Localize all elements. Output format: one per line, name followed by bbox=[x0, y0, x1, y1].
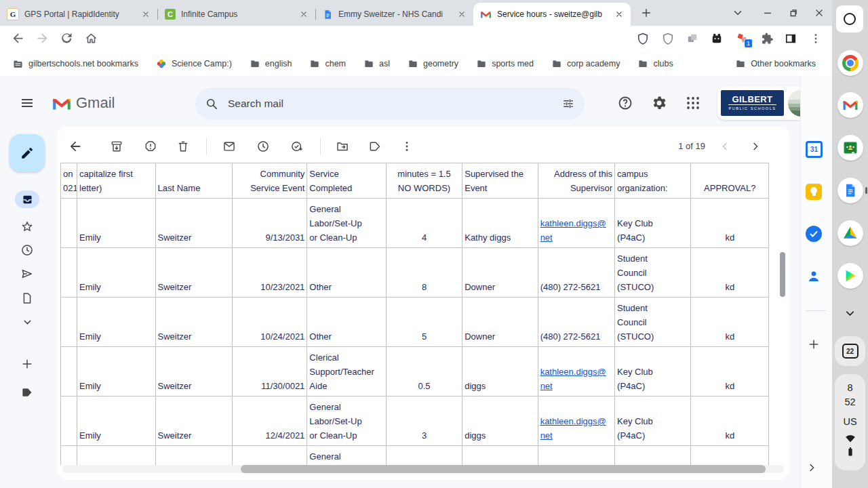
extensions-puzzle-icon[interactable] bbox=[760, 32, 774, 45]
tab-close-icon[interactable] bbox=[141, 9, 151, 19]
sidepanel-keep-button[interactable] bbox=[806, 184, 822, 200]
side-panel-icon[interactable] bbox=[784, 32, 797, 45]
labels-icon[interactable] bbox=[20, 386, 34, 399]
bookmark-folder-english[interactable]: english bbox=[250, 58, 292, 69]
restore-window-button[interactable] bbox=[787, 7, 800, 19]
header-cell: minutes = 1.5 NO WORDS) bbox=[386, 163, 462, 199]
vertical-scrollbar-thumb[interactable] bbox=[780, 252, 785, 297]
create-label-plus-button[interactable] bbox=[20, 357, 34, 371]
settings-gear-icon[interactable] bbox=[651, 95, 667, 111]
newer-email-chevron-button[interactable] bbox=[719, 140, 731, 152]
shield-extension-icon-1[interactable] bbox=[636, 32, 650, 45]
older-email-chevron-button[interactable] bbox=[749, 140, 762, 152]
tab-close-icon[interactable] bbox=[614, 9, 624, 19]
bookmark-folder-sports-med[interactable]: sports med bbox=[476, 58, 534, 69]
shelf-status-area[interactable]: 8 52 US bbox=[835, 374, 865, 470]
help-icon[interactable] bbox=[617, 95, 633, 111]
browser-menu-kebab-icon[interactable] bbox=[809, 32, 823, 45]
tab-docs-nhs[interactable]: Emmy Sweitzer - NHS Candi bbox=[316, 3, 473, 26]
close-window-button[interactable] bbox=[813, 7, 825, 19]
back-button[interactable] bbox=[11, 31, 25, 45]
bookmark-folder-clubs[interactable]: clubs bbox=[637, 58, 673, 69]
shelf-play-icon[interactable] bbox=[837, 263, 863, 289]
calendar-31-label: 31 bbox=[810, 146, 818, 153]
nav-starred-button[interactable] bbox=[20, 220, 34, 233]
bookmark-folder-asl[interactable]: asl bbox=[363, 58, 390, 69]
shelf-drive-icon[interactable] bbox=[837, 220, 863, 246]
move-to-button[interactable] bbox=[336, 140, 349, 153]
shelf-docs-icon[interactable] bbox=[837, 178, 863, 203]
minimize-button[interactable] bbox=[762, 7, 774, 19]
search-input[interactable]: Search mail bbox=[228, 98, 552, 110]
header-cell: Community Service Event bbox=[232, 163, 307, 199]
sidepanel-add-button[interactable] bbox=[807, 338, 821, 351]
other-bookmarks[interactable]: Other bookmarks bbox=[719, 58, 832, 69]
sidepanel-calendar-button[interactable]: 31 bbox=[806, 141, 823, 158]
table-cell: 10/23/2021 bbox=[232, 248, 307, 298]
more-options-kebab-icon[interactable] bbox=[400, 140, 414, 153]
infinite-campus-favicon: C bbox=[165, 9, 176, 20]
google-apps-grid-icon[interactable] bbox=[685, 95, 701, 111]
new-tab-button[interactable] bbox=[640, 7, 652, 19]
email-body-scroll-area[interactable]: on 021)capitalize first letter)Last Name… bbox=[57, 163, 789, 465]
clock-hour: 8 bbox=[835, 381, 865, 395]
bookmark-folder-geometry[interactable]: geometry bbox=[408, 58, 458, 69]
forward-button[interactable] bbox=[35, 31, 50, 45]
main-menu-hamburger-icon[interactable] bbox=[19, 95, 35, 111]
supervisor-email-link[interactable]: kathleen.diggs@ net bbox=[540, 416, 606, 441]
tab-infinite-campus[interactable]: C Infinite Campus bbox=[158, 3, 315, 26]
tab-gps-portal[interactable]: G GPS Portal | RapidIdentity bbox=[0, 3, 157, 26]
gps-favicon: G bbox=[7, 8, 19, 20]
compose-button[interactable] bbox=[9, 134, 45, 172]
tab-search-chevron-icon[interactable] bbox=[732, 7, 744, 19]
search-icon[interactable] bbox=[205, 97, 218, 110]
sidepanel-tasks-button[interactable] bbox=[806, 226, 822, 242]
supervisor-email-link[interactable]: kathleen.diggs@ net bbox=[540, 218, 606, 243]
horizontal-scrollbar-thumb[interactable] bbox=[241, 465, 766, 473]
tab-gmail-active[interactable]: Service hours - sweitze@gilb bbox=[473, 3, 631, 26]
snooze-button[interactable] bbox=[256, 140, 270, 153]
bookmark-managed[interactable]: gilbertschools.net bookmarks bbox=[12, 58, 138, 70]
labels-button[interactable] bbox=[368, 140, 382, 153]
search-bar[interactable]: Search mail bbox=[195, 87, 585, 120]
status-ring-button[interactable] bbox=[836, 5, 863, 33]
add-to-tasks-button[interactable] bbox=[290, 140, 304, 153]
shield-extension-icon-2[interactable] bbox=[661, 32, 675, 45]
bookmark-science-camp[interactable]: Science Camp:) bbox=[156, 58, 232, 69]
sidepanel-collapse-chevron-icon[interactable] bbox=[806, 462, 818, 474]
home-button[interactable] bbox=[84, 31, 98, 45]
gmail-wordmark: Gmail bbox=[76, 94, 115, 112]
nav-snoozed-button[interactable] bbox=[20, 243, 34, 257]
tab-close-icon[interactable] bbox=[299, 9, 309, 19]
reload-button[interactable] bbox=[60, 31, 74, 45]
shelf-chrome-icon[interactable] bbox=[837, 50, 863, 76]
search-options-tune-icon[interactable] bbox=[561, 97, 575, 110]
pagination-counter: 1 of 19 bbox=[667, 141, 705, 151]
table-cell: kathleen.diggs@ net bbox=[538, 396, 614, 446]
shelf-calendar-button[interactable]: 22 bbox=[835, 336, 865, 366]
extension-icon-gray[interactable] bbox=[686, 32, 699, 45]
tab-close-icon[interactable] bbox=[457, 9, 467, 19]
table-cell: diggs bbox=[462, 396, 538, 446]
shelf-gmail-icon[interactable] bbox=[837, 92, 863, 118]
sidepanel-contacts-button[interactable] bbox=[806, 268, 822, 285]
extension-icon-mascot[interactable] bbox=[710, 32, 724, 45]
nav-drafts-button[interactable] bbox=[20, 291, 34, 305]
archive-button[interactable] bbox=[110, 140, 123, 153]
back-to-inbox-button[interactable] bbox=[68, 139, 83, 154]
nav-inbox-button[interactable] bbox=[15, 190, 39, 208]
supervisor-email-link[interactable]: kathleen.diggs@ net bbox=[540, 367, 606, 391]
report-spam-button[interactable] bbox=[144, 140, 157, 153]
shelf-classroom-icon[interactable] bbox=[837, 135, 863, 161]
mark-unread-button[interactable] bbox=[222, 140, 236, 153]
delete-button[interactable] bbox=[176, 140, 190, 153]
table-cell: (480) 272-5621 bbox=[538, 248, 614, 298]
extension-icon-red[interactable]: 1 bbox=[736, 32, 749, 45]
table-cell: Student Council (STUCO) bbox=[615, 298, 691, 347]
bookmark-folder-chem[interactable]: chem bbox=[309, 58, 346, 69]
classroom-icon bbox=[842, 140, 859, 156]
bookmark-folder-corp-academy[interactable]: corp academy bbox=[551, 58, 620, 69]
nav-sent-button[interactable] bbox=[20, 267, 34, 281]
nav-more-chevron-icon[interactable] bbox=[22, 317, 33, 328]
shelf-hide-chevron-icon[interactable] bbox=[844, 307, 856, 320]
